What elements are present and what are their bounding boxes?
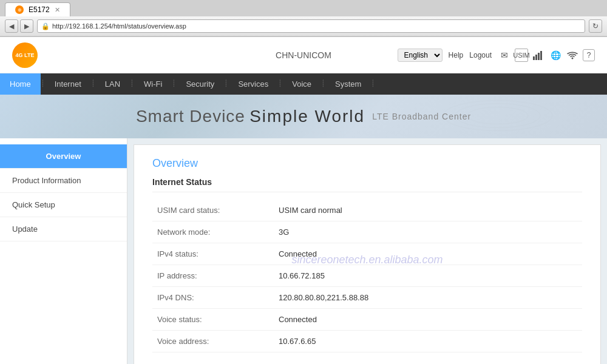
- logout-link[interactable]: Logout: [469, 51, 492, 59]
- help-link[interactable]: Help: [449, 51, 464, 59]
- brand-logo: 4G LTE: [12, 42, 38, 68]
- header-icons: ✉ USIM 🌐: [498, 49, 595, 62]
- section-title: Internet Status: [152, 177, 582, 192]
- svg-rect-0: [533, 56, 535, 60]
- isp-name: CHN-UNICOM: [276, 50, 331, 60]
- svg-point-7: [467, 107, 528, 124]
- nav-item-home[interactable]: Home: [0, 73, 41, 95]
- nav-item-lan[interactable]: LAN: [95, 73, 130, 95]
- row-label: Voice status:: [152, 309, 274, 331]
- logo-area: 4G LTE: [12, 42, 38, 68]
- table-row: Voice status: Connected: [152, 309, 582, 331]
- hero-banner: Smart Device Simple World LTE Broadband …: [0, 95, 607, 138]
- tab-title: E5172: [29, 5, 50, 14]
- email-icon[interactable]: ✉: [498, 49, 511, 62]
- router-ui: 4G LTE CHN-UNICOM English Help Logout ✉ …: [0, 37, 607, 364]
- nav-sep-3: ┊: [130, 73, 134, 95]
- reload-button[interactable]: ↻: [589, 19, 602, 33]
- row-value: Connected: [274, 309, 582, 331]
- row-value: 120.80.80.80,221.5.88.88: [274, 287, 582, 309]
- sidebar: Overview Product Information Quick Setup…: [0, 138, 127, 364]
- nav-item-voice[interactable]: Voice: [282, 73, 321, 95]
- row-value: USIM card normal: [274, 200, 582, 221]
- nav-sep-7: ┊: [321, 73, 325, 95]
- nav-item-security[interactable]: Security: [176, 73, 224, 95]
- help-icon[interactable]: ?: [583, 49, 595, 61]
- tab-close-button[interactable]: ✕: [55, 6, 60, 14]
- main-content: Overview Product Information Quick Setup…: [0, 138, 607, 364]
- svg-point-4: [572, 57, 574, 59]
- browser-chrome: ⊕ E5172 ✕ ◀ ▶ 🔒 http://192.168.1.254/htm…: [0, 0, 607, 37]
- content-area: sincereonetech.en.alibaba.com Overview I…: [134, 144, 601, 364]
- sidebar-item-quick-setup[interactable]: Quick Setup: [0, 193, 127, 217]
- router-nav: Home ┊ Internet ┊ LAN ┊ Wi-Fi ┊ Security…: [0, 73, 607, 95]
- row-value: Connected: [274, 243, 582, 265]
- table-row: Voice address: 10.67.6.65: [152, 331, 582, 352]
- svg-rect-1: [535, 55, 537, 60]
- table-row: IP address: 10.66.72.185: [152, 265, 582, 287]
- row-value: 10.66.72.185: [274, 265, 582, 287]
- nav-item-wifi[interactable]: Wi-Fi: [134, 73, 172, 95]
- nav-sep-8: ┊: [371, 73, 375, 95]
- row-label: USIM card status:: [152, 200, 274, 221]
- nav-sep-6: ┊: [278, 73, 282, 95]
- nav-item-internet[interactable]: Internet: [45, 73, 91, 95]
- tab-bar: ⊕ E5172 ✕: [0, 0, 607, 16]
- row-label: Network mode:: [152, 221, 274, 243]
- address-icon: 🔒: [41, 22, 50, 30]
- forward-button[interactable]: ▶: [20, 19, 33, 33]
- header-right: English Help Logout ✉ USIM 🌐: [398, 49, 595, 62]
- content-title: Overview: [152, 157, 582, 170]
- table-row: IPv4 status: Connected: [152, 243, 582, 265]
- hero-text-main: Smart Device: [136, 107, 245, 126]
- row-label: IP address:: [152, 265, 274, 287]
- nav-item-system[interactable]: System: [325, 73, 371, 95]
- row-label: IPv4 DNS:: [152, 287, 274, 309]
- sidebar-item-product-info[interactable]: Product Information: [0, 169, 127, 193]
- row-value: 3G: [274, 221, 582, 243]
- hero-text-accent: Simple World: [249, 107, 365, 126]
- language-select[interactable]: English: [398, 49, 443, 62]
- address-bar[interactable]: 🔒 http://192.168.1.254/html/status/overv…: [37, 19, 585, 33]
- svg-rect-3: [540, 51, 542, 60]
- sidebar-item-overview[interactable]: Overview: [0, 144, 127, 169]
- table-row: Network mode: 3G: [152, 221, 582, 243]
- nav-sep-4: ┊: [172, 73, 176, 95]
- sidebar-item-update[interactable]: Update: [0, 217, 127, 241]
- row-value: 10.67.6.65: [274, 331, 582, 352]
- globe-icon: 🌐: [549, 49, 562, 62]
- svg-rect-2: [538, 53, 540, 60]
- router-header: 4G LTE CHN-UNICOM English Help Logout ✉ …: [0, 37, 607, 73]
- tab-favicon: ⊕: [15, 5, 24, 14]
- nav-buttons: ◀ ▶: [5, 19, 33, 33]
- usim-icon: USIM: [515, 49, 528, 62]
- row-label: Voice address:: [152, 331, 274, 352]
- signal-icon: [532, 49, 545, 62]
- browser-toolbar: ◀ ▶ 🔒 http://192.168.1.254/html/status/o…: [0, 16, 607, 36]
- nav-sep-5: ┊: [224, 73, 228, 95]
- table-row: USIM card status: USIM card normal: [152, 200, 582, 221]
- table-row: IPv4 DNS: 120.80.80.80,221.5.88.88: [152, 287, 582, 309]
- nav-sep-1: ┊: [41, 73, 45, 95]
- nav-sep-2: ┊: [91, 73, 95, 95]
- svg-point-5: [443, 101, 552, 131]
- row-label: IPv4 status:: [152, 243, 274, 265]
- nav-item-services[interactable]: Services: [228, 73, 278, 95]
- active-tab[interactable]: ⊕ E5172 ✕: [5, 2, 70, 16]
- status-table: USIM card status: USIM card normal Netwo…: [152, 200, 582, 352]
- wifi-icon: [566, 49, 579, 62]
- address-text: http://192.168.1.254/html/status/overvie…: [52, 22, 186, 30]
- hero-decoration: [437, 98, 558, 136]
- back-button[interactable]: ◀: [5, 19, 18, 33]
